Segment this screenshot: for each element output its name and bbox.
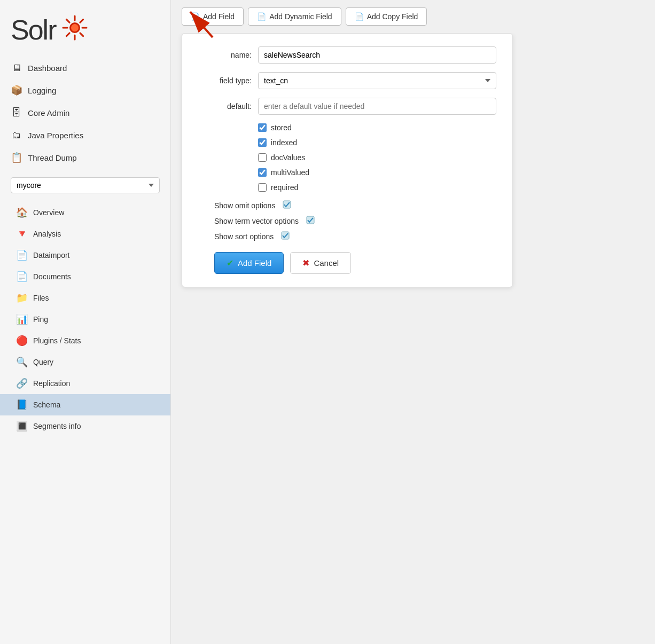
default-label: default:	[198, 102, 252, 111]
subnav-query[interactable]: 🔍 Query	[0, 351, 170, 373]
nav-logging[interactable]: 📦 Logging	[0, 79, 170, 101]
indexed-checkbox-label[interactable]: indexed	[258, 138, 496, 147]
indexed-checkbox[interactable]	[258, 138, 267, 147]
query-icon: 🔍	[16, 356, 28, 368]
subnav-query-label: Query	[33, 358, 53, 366]
docvalues-label: docValues	[271, 153, 305, 162]
show-sort-options-checkbox-icon	[281, 231, 290, 241]
schema-icon: 📘	[16, 399, 28, 411]
required-checkbox-label[interactable]: required	[258, 183, 496, 192]
subnav-analysis[interactable]: 🔻 Analysis	[0, 223, 170, 245]
files-icon: 📁	[16, 292, 28, 304]
show-term-vector-options-label: Show term vector options	[214, 217, 299, 225]
subnav-segments-info-label: Segments info	[33, 422, 81, 430]
subnav-replication[interactable]: 🔗 Replication	[0, 373, 170, 394]
svg-line-1	[80, 19, 83, 22]
submit-add-field-label: Add Field	[238, 258, 271, 268]
sidebar: Solr 🖥 Dashboard 📦 Logging	[0, 0, 171, 644]
logo-text: Solr	[11, 16, 56, 44]
svg-point-9	[71, 24, 79, 32]
stored-label: stored	[271, 123, 292, 132]
multivalued-checkbox-label[interactable]: multiValued	[258, 168, 496, 177]
plugins-stats-icon: 🔴	[16, 335, 28, 347]
submit-add-field-button[interactable]: ✔ Add Field	[214, 252, 284, 274]
java-properties-icon: 🗂	[11, 129, 22, 141]
stored-checkbox[interactable]	[258, 123, 267, 132]
segments-info-icon: 🔳	[16, 420, 28, 432]
show-omit-options[interactable]: Show omit options	[214, 200, 496, 210]
svg-line-5	[67, 33, 70, 36]
subnav-overview-label: Overview	[33, 208, 64, 217]
subnav-plugins-stats-label: Plugins / Stats	[33, 336, 81, 345]
show-sort-options-label: Show sort options	[214, 232, 274, 241]
subnav-ping-label: Ping	[33, 315, 48, 324]
add-field-button[interactable]: 📄 Add Field	[182, 7, 244, 26]
field-type-row: field type: text_cn text_general string …	[198, 72, 496, 89]
required-checkbox[interactable]	[258, 183, 267, 192]
nav-dashboard-label: Dashboard	[28, 64, 67, 73]
name-input[interactable]	[258, 46, 496, 64]
show-options-group: Show omit options Show term vector optio…	[214, 200, 496, 241]
subnav-replication-label: Replication	[33, 379, 70, 388]
subnav-segments-info[interactable]: 🔳 Segments info	[0, 415, 170, 437]
add-field-icon: 📄	[191, 12, 200, 21]
multivalued-label: multiValued	[271, 168, 309, 177]
subnav-schema-label: Schema	[33, 400, 60, 409]
checkbox-group: stored indexed docValues multiValued req…	[258, 123, 496, 192]
toolbar: 📄 Add Field 📄 Add Dynamic Field 📄 Add Co…	[171, 0, 655, 33]
subnav-dataimport[interactable]: 📄 Dataimport	[0, 245, 170, 266]
add-dynamic-field-button[interactable]: 📄 Add Dynamic Field	[248, 7, 341, 26]
docvalues-checkbox[interactable]	[258, 153, 267, 162]
dashboard-icon: 🖥	[11, 62, 22, 74]
nav-logging-label: Logging	[28, 86, 56, 95]
add-copy-field-button[interactable]: 📄 Add Copy Field	[346, 7, 427, 26]
show-omit-options-checkbox-icon	[283, 200, 291, 210]
svg-line-3	[80, 33, 83, 36]
nav-java-properties[interactable]: 🗂 Java Properties	[0, 124, 170, 146]
multivalued-checkbox[interactable]	[258, 168, 267, 177]
show-omit-options-label: Show omit options	[214, 201, 275, 210]
nav-thread-dump[interactable]: 📋 Thread Dump	[0, 146, 170, 169]
nav-java-properties-label: Java Properties	[28, 131, 83, 140]
logging-icon: 📦	[11, 84, 22, 96]
default-input[interactable]	[258, 98, 496, 115]
show-sort-options[interactable]: Show sort options	[214, 231, 496, 241]
add-dynamic-field-label: Add Dynamic Field	[269, 12, 332, 21]
main-content: 📄 Add Field 📄 Add Dynamic Field 📄 Add Co…	[171, 0, 655, 644]
subnav-analysis-label: Analysis	[33, 230, 61, 238]
add-field-form: name: field type: text_cn text_general s…	[182, 33, 513, 287]
subnav-documents[interactable]: 📄 Documents	[0, 266, 170, 287]
required-label: required	[271, 183, 298, 192]
stored-checkbox-label[interactable]: stored	[258, 123, 496, 132]
checkmark-icon: ✔	[227, 258, 233, 268]
subnav-files[interactable]: 📁 Files	[0, 287, 170, 309]
add-copy-field-label: Add Copy Field	[367, 12, 418, 21]
add-copy-field-icon: 📄	[355, 12, 364, 21]
subnav-plugins-stats[interactable]: 🔴 Plugins / Stats	[0, 330, 170, 351]
ping-icon: 📊	[16, 313, 28, 325]
svg-line-7	[67, 19, 70, 22]
subnav-overview[interactable]: 🏠 Overview	[0, 202, 170, 223]
cancel-label: Cancel	[314, 258, 339, 268]
field-type-select[interactable]: text_cn text_general string int long flo…	[258, 72, 496, 89]
cancel-button[interactable]: ✖ Cancel	[290, 252, 351, 274]
subnav-schema[interactable]: 📘 Schema	[0, 394, 170, 415]
x-icon: ✖	[302, 258, 309, 268]
documents-icon: 📄	[16, 271, 28, 282]
indexed-label: indexed	[271, 138, 297, 147]
subnav-ping[interactable]: 📊 Ping	[0, 309, 170, 330]
nav-core-admin[interactable]: 🗄 Core Admin	[0, 101, 170, 124]
thread-dump-icon: 📋	[11, 152, 22, 163]
docvalues-checkbox-label[interactable]: docValues	[258, 153, 496, 162]
nav-dashboard[interactable]: 🖥 Dashboard	[0, 57, 170, 79]
core-admin-icon: 🗄	[11, 107, 22, 119]
core-selector[interactable]: mycore	[11, 177, 160, 193]
add-field-label: Add Field	[203, 12, 235, 21]
logo-area: Solr	[0, 5, 170, 57]
show-term-vector-options[interactable]: Show term vector options	[214, 216, 496, 226]
core-select[interactable]: mycore	[11, 177, 160, 193]
subnav-dataimport-label: Dataimport	[33, 251, 69, 260]
action-buttons: ✔ Add Field ✖ Cancel	[214, 252, 496, 274]
nav-thread-dump-label: Thread Dump	[28, 153, 77, 162]
default-row: default:	[198, 98, 496, 115]
